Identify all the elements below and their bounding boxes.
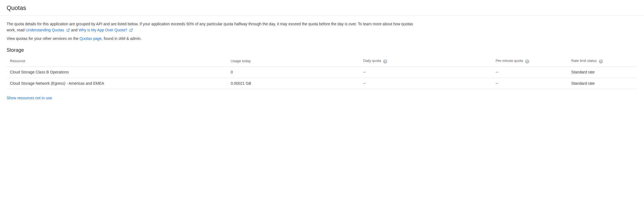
table-row: Cloud Storage Network (Egress) - America… [7, 78, 637, 89]
intro2-text-part2: , found in IAM & admin. [102, 36, 142, 41]
cell-resource: Cloud Storage Class B Operations [7, 66, 227, 78]
cell-usage: 0 [227, 66, 360, 78]
svg-line-0 [68, 29, 70, 30]
quotas-table: Resource Usage today Daily quota ? Per-m… [7, 56, 637, 89]
cell-rate: Standard rate [568, 66, 637, 78]
column-header-perminute: Per-minute quota ? [492, 56, 568, 66]
cell-daily: -- [360, 66, 492, 78]
quotas-page-link[interactable]: Quotas page [80, 36, 102, 41]
column-header-usage: Usage today [227, 56, 360, 66]
cell-perminute: -- [492, 78, 568, 89]
show-resources-not-in-use-link[interactable]: Show resources not in use [7, 96, 52, 100]
content-area: The quota details for this application a… [0, 16, 644, 106]
intro2-text-part1: View quotas for your other services on t… [7, 36, 80, 41]
page-title: Quotas [7, 4, 637, 12]
header-text: Rate limit status [571, 59, 597, 63]
column-header-resource: Resource [7, 56, 227, 66]
header-text: Resource [10, 59, 25, 63]
table-header-row: Resource Usage today Daily quota ? Per-m… [7, 56, 637, 66]
table-body: Cloud Storage Class B Operations 0 -- --… [7, 66, 637, 89]
column-header-rate: Rate limit status ? [568, 56, 637, 66]
header-text: Daily quota [363, 59, 381, 63]
section-title-storage: Storage [7, 47, 637, 53]
intro-paragraph-2: View quotas for your other services on t… [7, 36, 637, 42]
external-link-icon [66, 28, 70, 32]
intro-text-part2: and [71, 28, 78, 32]
table-row: Cloud Storage Class B Operations 0 -- --… [7, 66, 637, 78]
why-over-quota-link[interactable]: Why is My App Over Quota? [78, 28, 133, 32]
external-link-icon [129, 28, 133, 32]
intro-paragraph-1: The quota details for this application a… [7, 21, 419, 33]
help-icon[interactable]: ? [599, 59, 603, 64]
svg-line-1 [131, 29, 132, 30]
help-icon[interactable]: ? [383, 59, 387, 64]
cell-rate: Standard rate [568, 78, 637, 89]
cell-usage: 0.00021 GB [227, 78, 360, 89]
link-text: Why is My App Over Quota? [78, 28, 127, 32]
understanding-quotas-link[interactable]: Understanding Quotas [26, 28, 71, 32]
page-header: Quotas [0, 0, 644, 16]
header-text: Per-minute quota [496, 59, 523, 63]
cell-perminute: -- [492, 66, 568, 78]
link-text: Understanding Quotas [26, 28, 64, 32]
header-text: Usage today [231, 59, 251, 63]
help-icon[interactable]: ? [525, 59, 529, 64]
cell-resource: Cloud Storage Network (Egress) - America… [7, 78, 227, 89]
cell-daily: -- [360, 78, 492, 89]
column-header-daily: Daily quota ? [360, 56, 492, 66]
